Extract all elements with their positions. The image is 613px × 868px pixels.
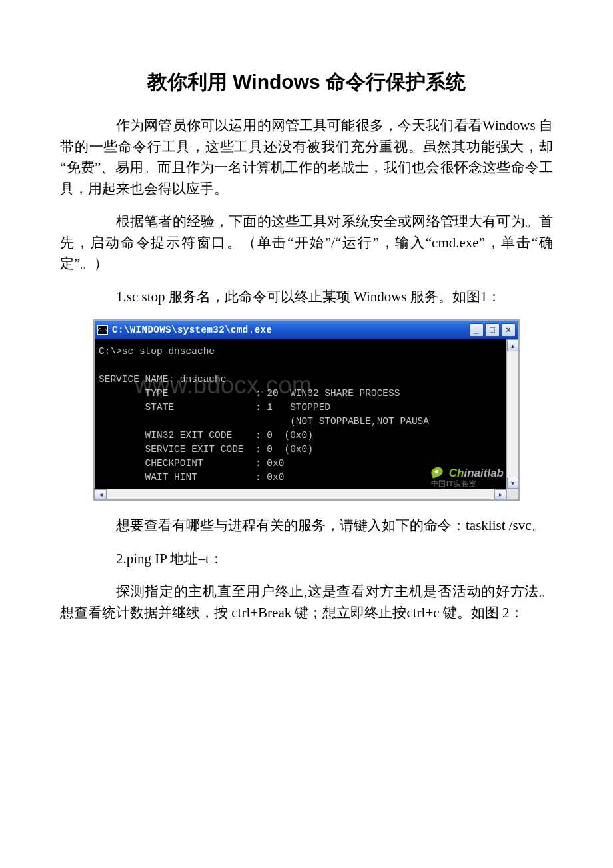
window-titlebar[interactable]: C:\ C:\WINDOWS\system32\cmd.exe _ □ × <box>95 321 518 339</box>
cmd-icon: C:\ <box>97 325 108 335</box>
maximize-button[interactable]: □ <box>485 323 500 337</box>
brand-top: Chinaitlab <box>449 467 504 479</box>
paragraph-3: 1.sc stop 服务名，此命令可以终止某项 Windows 服务。如图1： <box>60 287 553 308</box>
horizontal-scrollbar[interactable]: ◂ ▸ <box>95 489 506 499</box>
paragraph-2: 根据笔者的经验，下面的这些工具对系统安全或网络管理大有可为。首先，启动命令提示符… <box>60 211 553 275</box>
scroll-left-button[interactable]: ◂ <box>95 489 107 499</box>
brand-logo: Chinaitlab 中国IT实验室 <box>431 465 504 487</box>
paragraph-4: 想要查看有哪些与进程有关的服务，请键入如下的命令：tasklist /svc。 <box>60 515 553 537</box>
paragraph-5: 2.ping IP 地址–t： <box>60 549 553 570</box>
cmd-window-figure-1: C:\ C:\WINDOWS\system32\cmd.exe _ □ × C:… <box>93 319 520 501</box>
minimize-button[interactable]: _ <box>469 323 484 337</box>
window-title: C:\WINDOWS\system32\cmd.exe <box>112 323 469 337</box>
scroll-up-button[interactable]: ▴ <box>507 339 518 351</box>
horizontal-scroll-track[interactable] <box>107 489 494 499</box>
page-title: 教你利用 Windows 命令行保护系统 <box>60 67 553 97</box>
brand-sub: 中国IT实验室 <box>431 480 504 487</box>
leaf-icon <box>430 465 444 478</box>
scroll-corner <box>506 489 518 499</box>
scroll-down-button[interactable]: ▾ <box>507 477 518 489</box>
paragraph-6: 探测指定的主机直至用户终止,这是查看对方主机是否活动的好方法。想查看统计数据并继… <box>60 581 553 623</box>
paragraph-1: 作为网管员你可以运用的网管工具可能很多，今天我们看看Windows 自带的一些命… <box>60 115 553 199</box>
close-button[interactable]: × <box>501 323 516 337</box>
vertical-scroll-track[interactable] <box>507 351 518 477</box>
scroll-right-button[interactable]: ▸ <box>494 489 506 499</box>
vertical-scrollbar[interactable]: ▴ ▾ <box>506 339 518 489</box>
